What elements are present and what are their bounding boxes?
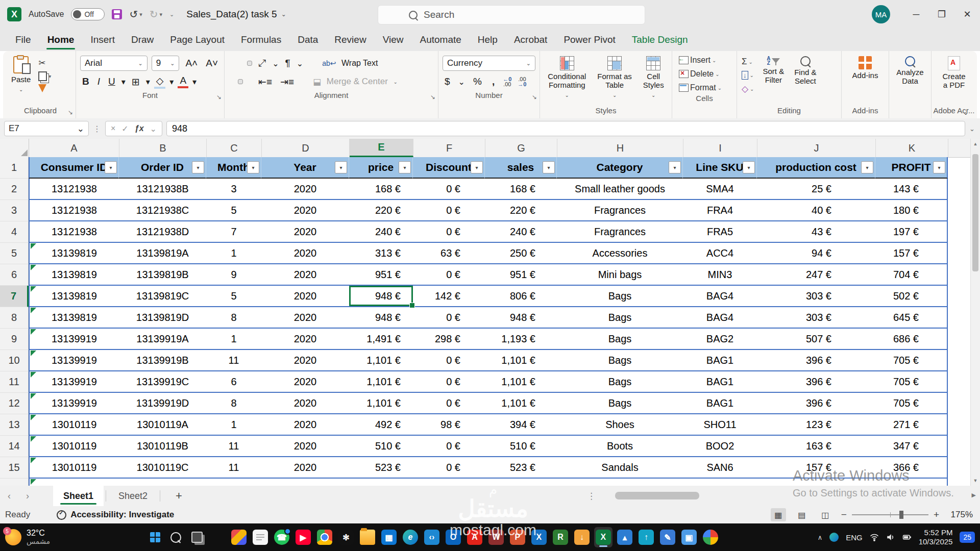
cell[interactable]: 13139819 [29,264,119,286]
row-header-5[interactable]: 5 [0,243,29,264]
start-button[interactable] [147,529,163,545]
cell[interactable] [875,479,948,486]
page-layout-view-button[interactable]: ▤ [794,508,810,521]
cell[interactable]: 1,101 € [485,350,557,371]
enter-formula-button[interactable]: ✓ [121,124,128,134]
cell[interactable] [557,479,683,486]
cell[interactable] [261,479,349,486]
cell[interactable]: SAN6 [683,457,757,479]
cell[interactable]: 0 € [413,264,485,286]
row-header-partial[interactable] [0,479,29,486]
cell[interactable]: 13139819B [119,264,206,286]
qat-customize-button[interactable]: ⌄ [169,11,174,18]
excel-icon[interactable]: X [594,527,612,547]
cell[interactable]: 303 € [757,286,875,307]
increase-indent-button[interactable]: ⇥≡ [278,76,296,88]
ms-store-icon[interactable]: ▦ [380,527,398,547]
column-header-F[interactable]: F [413,139,485,157]
cell[interactable]: 250 € [485,243,557,264]
column-header-B[interactable]: B [119,139,207,157]
normal-view-button[interactable]: ▦ [771,508,786,521]
row-header-6[interactable]: 6 [0,264,29,286]
row-header-7[interactable]: 7 [0,286,29,307]
cell[interactable]: BOO2 [683,436,757,457]
format-as-table-button[interactable]: Format as Table⌄ [594,55,635,101]
zoom-in-button[interactable]: + [934,509,939,520]
table-header-cell[interactable]: Year▾ [261,157,349,179]
decrease-font-button[interactable]: A˅ [204,58,220,69]
cell[interactable]: 40 € [757,200,875,221]
cell[interactable]: 492 € [349,414,413,436]
cell[interactable]: 0 € [413,436,485,457]
scroll-up-icon[interactable]: ▲ [971,139,980,149]
cell[interactable]: 63 € [413,243,485,264]
gallery-icon[interactable]: ▣ [680,527,698,547]
table-header-cell[interactable]: sales▾ [485,157,557,179]
cell[interactable]: 0 € [413,179,485,200]
cell[interactable]: Bags [557,350,683,371]
tab-file[interactable]: File [8,31,38,48]
add-sheet-button[interactable]: + [162,489,195,503]
cell[interactable] [485,479,557,486]
alignment-dialog-launcher[interactable]: ↘ [430,91,435,103]
filter-button[interactable]: ▾ [669,161,681,173]
cell[interactable]: BAG2 [683,329,757,350]
cell[interactable]: 13121938 [29,221,119,243]
cell[interactable]: 13010119B [119,436,206,457]
cell[interactable]: 0 € [413,393,485,414]
cell[interactable]: Mini bags [557,264,683,286]
conditional-formatting-button[interactable]: Conditional Formatting⌄ [545,55,589,101]
row-header-15[interactable]: 15 [0,457,29,479]
tab-view[interactable]: View [376,31,411,48]
excel-file-icon[interactable]: X [530,527,548,547]
align-left-button[interactable] [229,79,234,84]
font-color-button[interactable]: A [178,75,188,88]
fill-button[interactable]: ↓⌄ [740,70,755,80]
orientation-button[interactable]: ⤢ [256,58,268,69]
cell[interactable]: 13139919 [29,393,119,414]
edge-icon[interactable]: e [401,527,420,547]
cell[interactable]: 98 € [413,414,485,436]
vertical-scroll-thumb[interactable] [972,154,978,271]
column-header-C[interactable]: C [207,139,262,157]
close-button[interactable]: ✕ [954,0,980,29]
zoom-out-button[interactable]: − [841,509,847,520]
align-center-button[interactable] [238,79,243,84]
chrome-icon[interactable] [315,527,334,547]
vertical-scrollbar[interactable]: ▲ ▼ [970,139,980,486]
fill-color-button[interactable]: ◇ [154,75,166,89]
tab-page-layout[interactable]: Page Layout [163,31,232,48]
clear-button[interactable]: ◇⌄ [740,83,755,95]
cell[interactable]: SMA4 [683,179,757,200]
row-header-8[interactable]: 8 [0,307,29,329]
row-header-14[interactable]: 14 [0,436,29,457]
cell[interactable]: Accessories [557,243,683,264]
comma-style-button[interactable]: , [490,76,497,87]
font-name-select[interactable]: Arial⌄ [80,56,148,71]
cell[interactable]: 2020 [261,307,349,329]
cell[interactable]: 2020 [261,436,349,457]
redo-button[interactable]: ↻▾ [150,8,162,20]
notification-badge[interactable]: 25 [960,532,975,543]
accounting-format-button[interactable]: $ [443,76,452,87]
cell[interactable]: 2020 [261,414,349,436]
cell[interactable]: 247 € [757,264,875,286]
create-pdf-button[interactable]: Create a PDF [939,55,968,90]
row-header-10[interactable]: 10 [0,350,29,371]
tab-help[interactable]: Help [471,31,505,48]
autosave-toggle[interactable]: Off [71,8,105,20]
column-header-K[interactable]: K [876,139,948,157]
cell[interactable]: 13139919A [119,329,206,350]
zoom-slider-handle[interactable] [899,511,903,519]
cell[interactable]: 13121938B [119,179,206,200]
borders-button[interactable]: ⊞ [130,76,142,88]
cell[interactable]: 951 € [349,264,413,286]
cell[interactable]: FRA4 [683,200,757,221]
scroll-down-icon[interactable]: ▼ [971,475,980,486]
cell[interactable]: 123 € [757,414,875,436]
column-header-J[interactable]: J [757,139,876,157]
sheet-tab-sheet1[interactable]: Sheet1 [53,486,104,506]
cell[interactable]: 948 € [485,307,557,329]
language-indicator[interactable]: ENG [846,533,863,542]
cell[interactable]: 220 € [349,200,413,221]
